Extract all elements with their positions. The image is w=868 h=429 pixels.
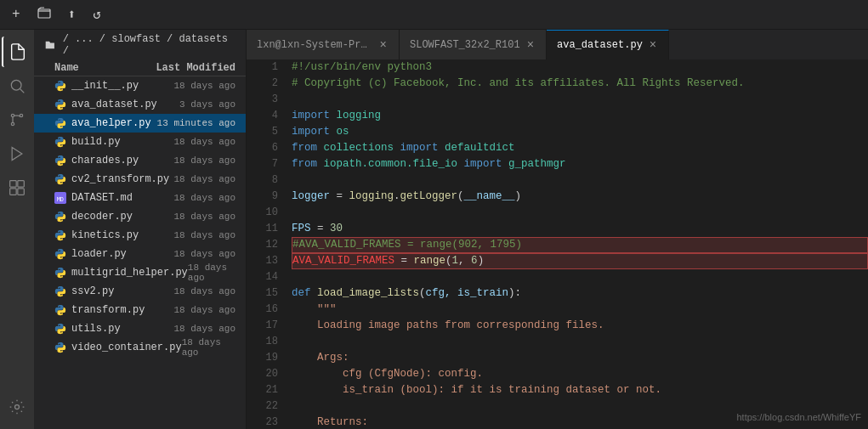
code-line: is_train (bool): if it is training datas…: [292, 382, 868, 398]
tab-label: SLOWFAST_32x2_R101: [410, 39, 520, 51]
tab-close-icon[interactable]: ×: [378, 38, 389, 52]
list-item[interactable]: charades.py 18 days ago: [34, 151, 246, 170]
file-type-icon: [54, 248, 66, 260]
tab-close-icon[interactable]: ×: [525, 38, 536, 52]
code-line: [292, 334, 868, 350]
file-item-left: transform.py: [54, 304, 145, 316]
list-item[interactable]: ava_dataset.py 3 days ago: [34, 95, 246, 114]
file-type-icon: [54, 304, 66, 316]
editor-content: 1234567891011121314151617181920212223242…: [247, 59, 868, 429]
file-type-icon: [54, 173, 66, 185]
file-type-icon: [54, 80, 66, 92]
list-item[interactable]: multigrid_helper.py 18 days ago: [34, 263, 246, 282]
file-type-icon: [54, 211, 66, 223]
svg-rect-10: [18, 189, 25, 195]
list-item[interactable]: ssv2.py 18 days ago: [34, 282, 246, 301]
file-date: 18 days ago: [173, 137, 235, 147]
debug-activity-icon[interactable]: [2, 138, 32, 169]
file-type-icon: [54, 155, 66, 167]
git-activity-icon[interactable]: [2, 104, 32, 135]
code-line: #AVA_VALID_FRAMES = range(902, 1795): [292, 237, 868, 253]
file-date: 18 days ago: [173, 249, 235, 259]
list-item[interactable]: build.py 18 days ago: [34, 133, 246, 151]
file-name: DATASET.md: [71, 192, 133, 204]
file-name: decoder.py: [71, 211, 133, 223]
line-number: 20: [247, 366, 278, 382]
line-number: 17: [247, 318, 278, 334]
list-item[interactable]: kinetics.py 18 days ago: [34, 226, 246, 245]
line-number: 12: [247, 237, 278, 253]
new-folder-icon[interactable]: [32, 3, 56, 26]
list-item[interactable]: loader.py 18 days ago: [34, 245, 246, 263]
list-item[interactable]: video_container.py 18 days ago: [34, 338, 246, 357]
file-item-left: ava_dataset.py: [54, 99, 157, 110]
file-date: 13 minutes ago: [157, 118, 235, 128]
file-date: 18 days ago: [173, 212, 235, 222]
svg-point-5: [11, 122, 14, 125]
svg-point-3: [11, 114, 14, 116]
file-explorer: / ... / slowfast / datasets / Name Last …: [34, 30, 247, 429]
code-line: [292, 205, 868, 221]
activity-bar: [0, 30, 34, 429]
code-line: AVA_VALID_FRAMES = range(1, 6): [292, 253, 868, 269]
file-type-icon: [54, 99, 66, 110]
list-item[interactable]: decoder.py 18 days ago: [34, 207, 246, 226]
svg-point-11: [15, 405, 20, 409]
code-line: """: [292, 302, 868, 318]
svg-rect-8: [18, 181, 25, 188]
file-name: __init__.py: [71, 80, 139, 92]
line-number: 3: [247, 92, 278, 108]
file-item-left: cv2_transform.py: [54, 173, 169, 185]
list-item[interactable]: ava_helper.py 13 minutes ago: [34, 114, 246, 133]
file-item-left: ssv2.py: [54, 285, 114, 297]
code-area[interactable]: #!/usr/bin/env python3# Copyright (c) Fa…: [285, 59, 868, 429]
code-line: # Copyright (c) Facebook, Inc. and its a…: [292, 76, 868, 92]
line-number: 13: [247, 253, 278, 269]
file-date: 18 days ago: [173, 81, 235, 91]
tab-close-icon[interactable]: ×: [648, 38, 658, 52]
extensions-activity-icon[interactable]: [2, 172, 32, 203]
main-layout: / ... / slowfast / datasets / Name Last …: [0, 30, 868, 429]
file-type-icon: MD: [54, 192, 66, 204]
file-name: build.py: [71, 136, 121, 148]
list-item[interactable]: __init__.py 18 days ago: [34, 76, 246, 95]
code-line: def load_image_lists(cfg, is_train):: [292, 285, 868, 302]
tabs-bar: lxn@lxn-System-Produ × SLOWFAST_32x2_R10…: [247, 30, 868, 59]
editor-tab[interactable]: lxn@lxn-System-Produ ×: [247, 30, 400, 59]
file-date: 18 days ago: [173, 155, 235, 166]
list-item[interactable]: cv2_transform.py 18 days ago: [34, 170, 246, 189]
line-number: 9: [247, 189, 278, 205]
file-name: ava_helper.py: [71, 117, 151, 129]
line-number: 8: [247, 172, 278, 189]
upload-icon[interactable]: ⬆: [63, 3, 82, 26]
code-line: import os: [292, 124, 868, 140]
refresh-icon[interactable]: ↺: [88, 3, 106, 26]
file-date: 18 days ago: [173, 324, 235, 334]
line-number: 7: [247, 156, 278, 172]
code-line: [292, 92, 868, 108]
code-line: import logging: [292, 108, 868, 124]
new-file-icon[interactable]: +: [7, 3, 26, 25]
file-item-left: multigrid_helper.py: [54, 267, 188, 279]
list-item[interactable]: transform.py 18 days ago: [34, 301, 246, 319]
file-item-left: ava_helper.py: [54, 117, 151, 129]
editor-tab[interactable]: ava_dataset.py ×: [547, 30, 669, 59]
settings-activity-icon[interactable]: [2, 392, 32, 422]
line-number: 1: [247, 59, 278, 76]
list-item[interactable]: utils.py 18 days ago: [34, 319, 246, 338]
code-line: Loading image paths from corresponding f…: [292, 318, 868, 334]
search-activity-icon[interactable]: [2, 71, 32, 101]
file-list: __init__.py 18 days ago ava_dataset.py 3…: [34, 76, 246, 429]
file-date: 18 days ago: [182, 337, 235, 358]
code-line: [292, 269, 868, 285]
line-number: 6: [247, 140, 278, 156]
breadcrumb: / ... / slowfast / datasets /: [34, 30, 246, 60]
editor-tab[interactable]: SLOWFAST_32x2_R101 ×: [400, 30, 547, 59]
file-type-icon: [54, 323, 66, 335]
file-name: utils.py: [71, 323, 121, 335]
files-activity-icon[interactable]: [2, 37, 32, 67]
line-number: 2: [247, 76, 278, 92]
file-date: 3 days ago: [179, 99, 235, 110]
line-number: 23: [247, 415, 278, 429]
list-item[interactable]: MD DATASET.md 18 days ago: [34, 189, 246, 207]
